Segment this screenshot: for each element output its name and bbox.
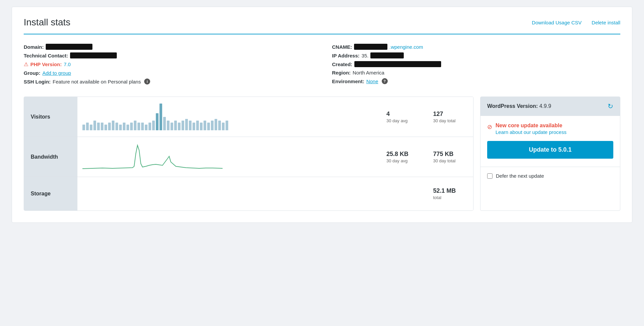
technical-contact-label: Technical Contact:	[24, 53, 68, 58]
storage-total: 52.1 MB total	[426, 177, 473, 210]
storage-total-label: total	[433, 195, 441, 200]
ssh-login-label: SSH Login:	[24, 79, 51, 85]
defer-checkbox[interactable]	[487, 173, 493, 179]
storage-total-value: 52.1 MB	[433, 187, 456, 194]
visitors-total-value: 127	[433, 111, 443, 118]
domain-row: Domain:	[24, 44, 312, 50]
storage-chart-empty	[77, 177, 380, 210]
region-row: Region: North America	[332, 70, 620, 75]
bar-35	[211, 121, 214, 130]
wp-panel-footer: Defer the next update	[480, 167, 620, 185]
wp-update-panel: WordPress Version: 4.9.9 ↻ ⊘ New core up…	[480, 97, 620, 211]
bar-10	[119, 125, 122, 130]
refresh-icon[interactable]: ↻	[608, 102, 613, 110]
bandwidth-label: Bandwidth	[24, 137, 77, 177]
bar-19	[152, 121, 155, 130]
visitors-total-label: 30 day total	[433, 118, 455, 123]
bandwidth-avg-label: 30 day avg	[386, 158, 408, 163]
update-text-block: New core update available Learn about ou…	[496, 123, 567, 135]
delete-install-link[interactable]: Delete install	[592, 20, 620, 25]
bar-16	[141, 123, 144, 130]
bar-13	[130, 123, 133, 130]
ip-row: IP Address: 35.	[332, 52, 620, 58]
bar-30	[193, 123, 195, 130]
created-value	[354, 61, 441, 67]
bandwidth-total-label: 30 day total	[433, 158, 455, 163]
info-right-col: CNAME: .wpengine.com IP Address: 35. Cre…	[332, 44, 620, 87]
defer-label: Defer the next update	[496, 173, 544, 179]
bandwidth-avg: 25.8 KB 30 day avg	[380, 137, 426, 177]
bar-24	[171, 123, 173, 130]
wp-version-label: WordPress Version:	[487, 103, 538, 109]
cname-label: CNAME:	[332, 44, 352, 50]
bar-3	[93, 121, 96, 130]
bandwidth-avg-value: 25.8 KB	[386, 151, 408, 158]
bar-25	[174, 121, 177, 130]
page-container: Install stats Download Usage CSV Delete …	[12, 7, 632, 223]
learn-update-link[interactable]: Learn about our update process	[496, 129, 567, 135]
bandwidth-total: 775 KB 30 day total	[426, 137, 473, 177]
bar-0	[82, 125, 85, 130]
bar-9	[115, 123, 118, 130]
environment-row: Environment: None ?	[332, 78, 620, 84]
ssh-login-row: SSH Login: Feature not available on Pers…	[24, 78, 312, 85]
update-available-row: ⊘ New core update available Learn about …	[487, 123, 613, 135]
visitors-label: Visitors	[24, 97, 77, 137]
add-to-group-link[interactable]: Add to group	[42, 70, 71, 76]
bar-4	[97, 123, 100, 130]
bar-5	[101, 123, 103, 130]
ssh-login-value: Feature not available on Personal plans	[53, 79, 141, 85]
php-version-row: ⚠ PHP Version: 7.0	[24, 61, 312, 67]
bar-11	[123, 123, 125, 130]
visitors-avg-value: 4	[386, 111, 390, 118]
wp-panel-header: WordPress Version: 4.9.9 ↻	[480, 97, 620, 116]
stats-table: Visitors 4 30 day avg 127 30 day total B…	[24, 97, 473, 211]
visitors-chart	[77, 97, 380, 137]
region-label: Region:	[332, 70, 351, 75]
bar-1	[86, 123, 89, 130]
bar-23	[167, 121, 170, 130]
update-available-label: New core update available	[496, 123, 567, 129]
bar-22	[163, 117, 166, 130]
storage-label: Storage	[24, 177, 77, 210]
bar-8	[112, 121, 114, 130]
warning-icon: ⚠	[24, 61, 28, 67]
cname-row: CNAME: .wpengine.com	[332, 44, 620, 50]
update-button[interactable]: Update to 5.0.1	[487, 141, 613, 159]
visitors-row: Visitors 4 30 day avg 127 30 day total	[24, 97, 473, 137]
cname-value	[354, 44, 387, 50]
bar-15	[137, 123, 140, 130]
group-row: Group: Add to group	[24, 70, 312, 76]
bar-36	[215, 119, 217, 130]
bar-37	[218, 121, 221, 130]
storage-row: Storage 52.1 MB total	[24, 177, 473, 210]
environment-label: Environment:	[332, 78, 364, 84]
bandwidth-line	[82, 145, 223, 169]
cname-suffix: .wpengine.com	[389, 44, 423, 50]
bar-26	[178, 123, 181, 130]
ip-prefix: 35.	[362, 53, 369, 58]
download-csv-link[interactable]: Download Usage CSV	[532, 20, 582, 25]
page-header: Install stats Download Usage CSV Delete …	[24, 17, 620, 34]
bar-12	[126, 125, 129, 130]
bar-39	[226, 121, 228, 130]
line-chart-svg	[82, 144, 223, 170]
technical-contact-row: Technical Contact:	[24, 52, 312, 58]
bar-14	[134, 121, 136, 130]
created-row: Created:	[332, 61, 620, 67]
technical-contact-value	[70, 52, 117, 58]
bottom-grid: Visitors 4 30 day avg 127 30 day total B…	[24, 97, 620, 211]
environment-value[interactable]: None	[366, 78, 378, 84]
bar-18	[148, 123, 151, 130]
php-value: 7.0	[64, 61, 71, 67]
wp-version-value: 4.9.9	[539, 103, 551, 109]
bar-31	[196, 121, 199, 130]
bandwidth-total-value: 775 KB	[433, 151, 453, 158]
bar-21	[159, 104, 162, 130]
ip-value	[370, 52, 404, 58]
bar-17	[145, 125, 147, 130]
ip-label: IP Address:	[332, 53, 360, 58]
bar-33	[204, 121, 206, 130]
wp-panel-body: ⊘ New core update available Learn about …	[480, 116, 620, 167]
bar-chart-container	[82, 104, 223, 130]
